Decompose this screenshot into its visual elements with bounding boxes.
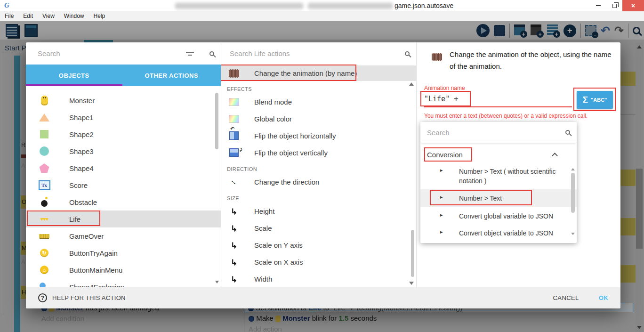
object-label: Shape2 [69, 130, 94, 138]
minimize-button[interactable] [590, 0, 606, 11]
blink-action-row[interactable]: Make Monster blink for 1.5 seconds [249, 314, 377, 322]
ok-button[interactable]: OK [599, 294, 608, 301]
app-logo-icon: G [4, 1, 9, 9]
object-item-gameover[interactable]: GameOver [26, 227, 221, 244]
add-event-icon[interactable]: + [514, 24, 526, 37]
tab-other-actions[interactable]: OTHER ACTIONS [122, 65, 221, 86]
add-action-link[interactable]: Add action [249, 325, 282, 332]
tab-objects[interactable]: OBJECTS [26, 65, 122, 86]
object-item-buttontryagain[interactable]: ButtonTryAgain [26, 244, 221, 261]
action-item-flip-vertically[interactable]: Flip the object vertically [221, 144, 416, 161]
object-item-shape4[interactable]: Shape4 [26, 160, 221, 177]
actions-scrollbar-thumb[interactable] [411, 230, 414, 277]
objects-scrollbar-thumb[interactable] [215, 93, 218, 149]
search-icon [209, 51, 214, 56]
expression-item-number-to-text-no-sci[interactable]: ▸ Number > Text ( without scientific not… [420, 163, 577, 189]
expression-item-global-var-json[interactable]: ▸ Convert global variable to JSON [420, 207, 577, 224]
menu-window[interactable]: Window [59, 13, 89, 19]
expression-search-row [420, 122, 577, 143]
objects-search-input[interactable] [38, 49, 186, 57]
expression-editor-button[interactable]: Σ "ABC" [577, 91, 613, 109]
expression-item-object-var-json[interactable]: ▸ Convert object variable to JSON [420, 224, 577, 243]
undo-icon[interactable]: ↶ [601, 25, 610, 36]
play-preview-icon[interactable] [476, 24, 490, 37]
validation-error: You must enter a text (between quotes) o… [424, 113, 597, 120]
event-header-fragment [620, 218, 636, 235]
dropdown-scrollbar-thumb[interactable] [571, 173, 575, 213]
menu-file[interactable]: File [0, 13, 18, 19]
project-manager-icon[interactable] [6, 24, 18, 37]
expression-search-input[interactable] [427, 129, 565, 137]
expression-button-wrap: Σ "ABC" [577, 91, 613, 109]
tab-start-page[interactable]: Start P [5, 44, 26, 52]
cancel-button[interactable]: CANCEL [553, 294, 579, 301]
banner-icon [38, 230, 50, 242]
object-item-monster[interactable]: Monster [26, 92, 221, 109]
object-item-life[interactable]: Life [26, 211, 221, 227]
menu-edit[interactable]: Edit [18, 13, 38, 19]
action-label: Width [254, 275, 272, 283]
restore-button[interactable] [606, 0, 622, 11]
object-label: Shape4 [69, 164, 94, 172]
add-subevent-icon[interactable]: + [531, 24, 543, 37]
object-item-shape1[interactable]: Shape1 [26, 109, 221, 126]
action-item-change-direction[interactable]: Change the direction [221, 173, 416, 190]
scroll-down-icon[interactable] [409, 282, 414, 285]
action-item-scale-y[interactable]: Scale on Y axis [221, 236, 416, 253]
scrollbar-thumb[interactable] [636, 169, 643, 249]
add-comment-icon[interactable]: + [547, 24, 559, 37]
menu-view[interactable]: View [38, 13, 59, 19]
event-fragment-text: H [22, 289, 26, 296]
debug-icon[interactable] [494, 25, 505, 36]
scroll-down-icon[interactable] [215, 281, 219, 283]
expression-label: Number > Text ( without scientific notat… [459, 167, 563, 186]
action-label: Change the direction [254, 178, 319, 186]
object-item-shape4explosion[interactable]: Shape4Explosion [26, 278, 221, 287]
action-editor-dialog: OBJECTS OTHER ACTIONS Monster Shape1 [26, 42, 620, 308]
action-label: Scale on Y axis [254, 241, 303, 249]
action-label: Flip the object vertically [254, 149, 328, 157]
help-for-this-action-link[interactable]: HELP FOR THIS ACTION [52, 294, 126, 301]
action-item-scale[interactable]: Scale [221, 219, 416, 236]
action-item-change-animation-by-name[interactable]: Change the animation (by name) [221, 65, 416, 81]
scroll-up-icon[interactable] [571, 168, 575, 170]
redo-icon[interactable]: ↷ [614, 25, 624, 36]
group-conversion[interactable]: Conversion [420, 146, 577, 163]
action-item-flip-horizontally[interactable]: Flip the object horizontally [221, 127, 416, 144]
object-item-score[interactable]: Score [26, 177, 221, 194]
object-label: Shape1 [69, 113, 94, 121]
menu-help[interactable]: Help [89, 13, 110, 19]
object-item-obstacle[interactable]: Obstacle [26, 194, 221, 211]
objects-tabbar: OBJECTS OTHER ACTIONS [26, 65, 221, 86]
monster-icon [38, 94, 50, 106]
expression-item-number-to-text[interactable]: ▸ Number > Text [420, 189, 577, 207]
action-description-row: Change the animation of the object, usin… [424, 49, 613, 73]
delete-event-icon[interactable] [585, 25, 596, 36]
triangle-bullet-icon: ▸ [440, 211, 443, 219]
animation-name-input[interactable] [424, 92, 572, 107]
add-more-icon[interactable]: + [564, 24, 576, 37]
action-item-global-color[interactable]: Global color [221, 110, 416, 127]
dropdown-scrollbar[interactable] [571, 168, 575, 239]
actions-search-input[interactable] [230, 49, 405, 57]
action-item-height[interactable]: Height [221, 202, 416, 219]
scroll-down-icon[interactable] [571, 233, 575, 235]
action-item-width[interactable]: Width [221, 270, 416, 287]
object-item-shape2[interactable]: Shape2 [26, 126, 221, 143]
scene-editor-icon[interactable] [24, 24, 38, 37]
scroll-up-icon[interactable] [409, 82, 414, 86]
events-scrollbar[interactable] [636, 42, 643, 332]
search-events-icon[interactable] [633, 27, 640, 34]
close-button[interactable]: × [622, 0, 644, 11]
gdevelop-window: G game.json.autosave × File Edit View Wi… [0, 0, 644, 332]
object-item-buttonmainmenu[interactable]: ButtonMainMenu [26, 261, 221, 278]
action-item-scale-x[interactable]: Scale on X axis [221, 253, 416, 270]
scroll-up-icon[interactable] [637, 45, 642, 49]
blurred-title-segment [175, 3, 303, 9]
object-item-shape3[interactable]: Shape3 [26, 143, 221, 160]
action-item-blend-mode[interactable]: Blend mode [221, 93, 416, 110]
sigma-icon: Σ [583, 95, 588, 105]
add-condition-link[interactable]: Add condition [41, 315, 84, 323]
event-indent-bar [14, 97, 20, 332]
filter-icon[interactable] [186, 51, 194, 57]
